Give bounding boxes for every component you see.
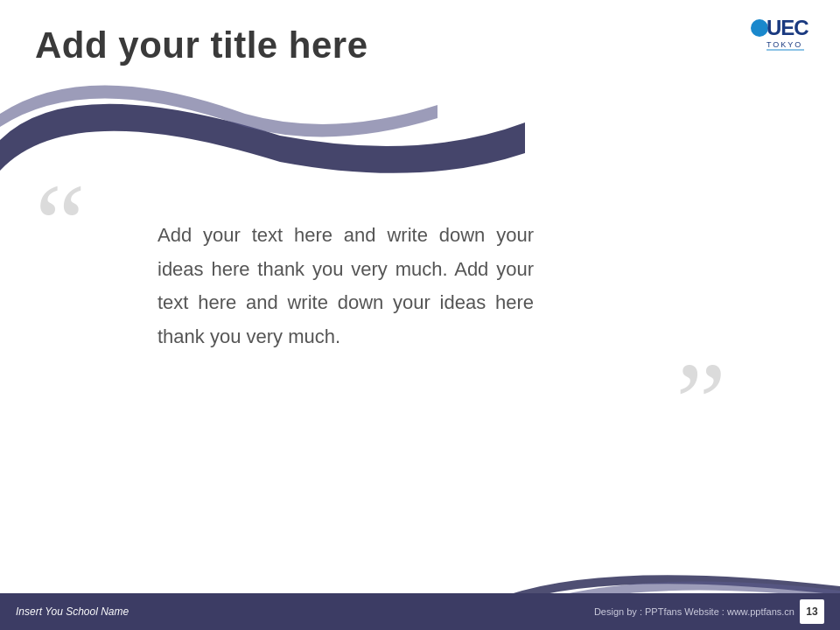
slide-title: Add your title here bbox=[35, 24, 735, 66]
svg-text:TOKYO: TOKYO bbox=[766, 40, 802, 49]
footer-credits-text: Design by : PPTfans Website : www.pptfan… bbox=[594, 606, 794, 617]
slide: Add your title here UEC TOKYO “ bbox=[0, 0, 840, 630]
quote-text: Add your text here and write down your i… bbox=[158, 219, 534, 354]
quote-container: “ Add your text here and write down your… bbox=[105, 219, 770, 354]
title-area: Add your title here bbox=[35, 24, 735, 66]
open-quote-mark: “ bbox=[35, 166, 86, 280]
svg-point-0 bbox=[751, 19, 768, 37]
footer-credits: Design by : PPTfans Website : www.pptfan… bbox=[594, 599, 824, 624]
uec-logo: UEC TOKYO bbox=[747, 18, 810, 63]
footer-page-number: 13 bbox=[800, 599, 824, 624]
close-quote-mark: ” bbox=[676, 345, 726, 458]
svg-text:UEC: UEC bbox=[766, 18, 808, 39]
footer: Insert You School Name Design by : PPTfa… bbox=[0, 593, 840, 630]
logo-area: UEC TOKYO bbox=[744, 16, 814, 68]
footer-school-name: Insert You School Name bbox=[16, 606, 129, 618]
